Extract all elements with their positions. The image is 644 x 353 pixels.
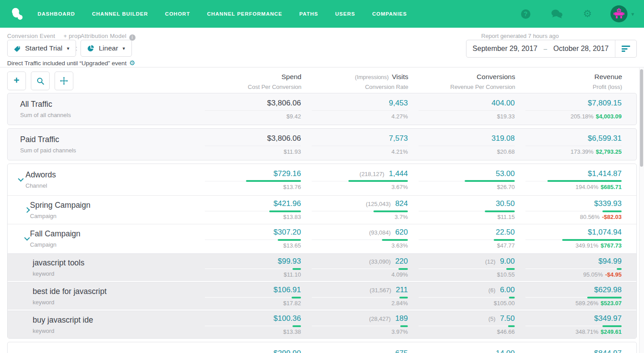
value-sub: $11.10: [284, 271, 301, 278]
value-main[interactable]: $729.16: [274, 169, 301, 178]
value-main[interactable]: 404.00: [491, 99, 515, 107]
value-main[interactable]: $106.91: [274, 286, 301, 294]
value-cell: 7,5734.21%: [301, 134, 408, 155]
value-main[interactable]: $1,074.94: [588, 228, 622, 236]
value-main[interactable]: 319.08: [491, 134, 515, 143]
value-sub-line: $13.65: [205, 242, 301, 249]
table-row[interactable]: AdwordsChannel$729.16$13.76(218,127)1,44…: [8, 164, 636, 195]
value-main[interactable]: $99.93: [278, 257, 301, 265]
value-main[interactable]: 30.50: [496, 199, 515, 208]
value-prefix: (6): [488, 287, 496, 294]
nav-item-channel-builder[interactable]: CHANNEL BUILDER: [92, 11, 148, 17]
value-sub-line: $9.42: [205, 113, 301, 120]
date-options-button[interactable]: [615, 40, 636, 57]
nav-item-channel-performance[interactable]: CHANNEL PERFORMANCE: [207, 11, 282, 17]
value-main[interactable]: $844.97: [594, 349, 622, 353]
value-main[interactable]: $6,599.31: [588, 134, 622, 143]
value-cell: $99.93$11.10: [194, 257, 301, 278]
table-row[interactable]: Spring CampaignCampaign$421.96$13.83(125…: [8, 195, 636, 224]
conversion-event-dropdown[interactable]: Started Trial ▾: [7, 40, 76, 57]
value-main[interactable]: 7.50: [500, 314, 515, 323]
table-row[interactable]: Fall CampaignCampaign$307.20$13.65(93,08…: [8, 224, 636, 252]
value-main[interactable]: 22.50: [496, 228, 515, 236]
column-header-visits[interactable]: (Impressions)VisitsConversion Rate: [301, 71, 408, 90]
column-header-revenue[interactable]: RevenueProfit (loss): [515, 71, 622, 90]
meter-fill: [602, 210, 622, 212]
value-cell: $3,806.06$11.93: [194, 134, 301, 155]
value-line: $3,806.06: [205, 99, 301, 108]
table-row[interactable]: javascript toolskeyword$99.93$11.10(33,0…: [8, 253, 636, 281]
value-main[interactable]: $421.96: [274, 199, 301, 208]
value-main[interactable]: $1,414.87: [588, 169, 622, 178]
table-row[interactable]: buy javascript idekeyword$100.36$13.38(2…: [8, 311, 636, 338]
chat-icon[interactable]: [551, 9, 563, 19]
value-main[interactable]: $100.36: [274, 314, 301, 323]
value-main[interactable]: $349.97: [594, 314, 622, 323]
nav-item-dashboard[interactable]: DASHBOARD: [38, 11, 75, 17]
column-header-spend[interactable]: SpendCost Per Conversion: [195, 71, 301, 90]
nav-item-users[interactable]: USERS: [335, 11, 356, 17]
value-main[interactable]: 6.00: [500, 286, 515, 294]
table-row[interactable]: best ide for javascriptkeyword$106.91$17…: [8, 282, 636, 310]
value-cell: (31,567)2112.84%: [301, 286, 408, 307]
column-header-conversions[interactable]: ConversionsRevenue Per Conversion: [408, 71, 515, 90]
note-settings-icon[interactable]: ⚙: [129, 59, 135, 67]
value-main[interactable]: $299.90: [274, 349, 301, 353]
settings-icon[interactable]: ⚙: [583, 9, 592, 19]
value-meter: [525, 240, 622, 240]
nav-item-cohort[interactable]: COHORT: [165, 11, 190, 17]
add-channel-button[interactable]: +: [7, 71, 26, 90]
search-button[interactable]: [31, 71, 50, 90]
sort-icon: [622, 45, 630, 53]
value-main[interactable]: $94.99: [598, 257, 622, 265]
value-main[interactable]: 211: [396, 286, 408, 294]
meter-fill: [348, 180, 408, 182]
value-meter: [525, 146, 622, 146]
value-main[interactable]: 9.00: [500, 257, 515, 265]
table-row[interactable]: Video$299.9067514.00$844.97: [8, 342, 636, 353]
table-header-band: + SpendCost Per Conversion(Impressions)V…: [0, 67, 644, 93]
value-main[interactable]: 824: [395, 199, 408, 208]
date-end[interactable]: October 28, 2017: [547, 45, 615, 53]
value-meter: [205, 326, 301, 326]
value-main[interactable]: $7,809.15: [588, 99, 622, 107]
value-main[interactable]: 620: [395, 228, 408, 236]
value-main[interactable]: 220: [395, 257, 408, 265]
value-sub: $17.82: [283, 300, 301, 307]
value-cell: 9,4534.27%: [301, 99, 408, 120]
date-range-picker[interactable]: September 29, 2017 – October 28, 2017: [466, 40, 637, 58]
value-main[interactable]: 189: [395, 314, 408, 323]
value-sub-line: $11.10: [205, 271, 301, 278]
value-cell: 30.50$11.15: [408, 199, 515, 220]
add-prop-link[interactable]: + prop: [64, 33, 81, 39]
nav-item-paths[interactable]: PATHS: [299, 11, 318, 17]
value-main[interactable]: 675: [395, 349, 408, 353]
nav-item-companies[interactable]: COMPANIES: [372, 11, 407, 17]
help-icon[interactable]: ?: [521, 9, 530, 19]
value-main[interactable]: $339.93: [594, 199, 622, 208]
user-avatar[interactable]: [610, 5, 627, 22]
value-main[interactable]: 14.00: [496, 349, 515, 353]
table-card: AdwordsChannel$729.16$13.76(218,127)1,44…: [7, 164, 637, 339]
date-start[interactable]: September 29, 2017: [466, 45, 544, 53]
value-prefix: (125,043): [366, 201, 391, 207]
value-main[interactable]: 7,573: [389, 134, 408, 143]
profit-value: $767.73: [601, 242, 622, 249]
attribution-model-dropdown[interactable]: Linear ▾: [80, 40, 132, 57]
avatar-chevron-icon[interactable]: ▾: [631, 11, 634, 17]
value-main[interactable]: 9,453: [389, 99, 408, 107]
value-sub-line: 3.97%: [312, 328, 408, 335]
value-sub-line: $13.38: [205, 328, 301, 335]
move-button[interactable]: [55, 71, 73, 90]
value-main[interactable]: $629.98: [594, 286, 622, 294]
scrollbar-thumb[interactable]: [640, 69, 643, 167]
pie-chart-icon: [87, 45, 94, 52]
value-line: (218,127)1,444: [312, 169, 408, 178]
value-main[interactable]: 1,444: [389, 169, 408, 178]
column-header-line: (Impressions)Visits: [301, 73, 408, 81]
value-main[interactable]: 53.00: [496, 169, 515, 178]
value-main: $3,806.06: [267, 99, 301, 107]
value-sub: $47.77: [497, 242, 515, 249]
vertical-scrollbar[interactable]: [639, 68, 644, 353]
value-main[interactable]: $307.20: [274, 228, 301, 236]
